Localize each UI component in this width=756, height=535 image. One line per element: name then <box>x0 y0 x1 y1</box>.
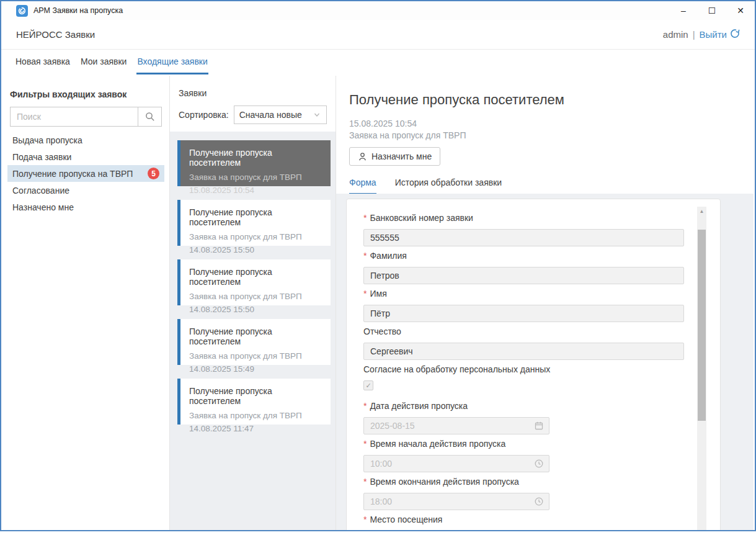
maximize-button[interactable]: ☐ <box>698 1 726 20</box>
logout-link[interactable]: Выйти <box>700 29 740 40</box>
window-title: АРМ Заявки на пропуска <box>33 6 123 15</box>
request-card-subtitle: Заявка на пропуск для ТВРП <box>189 290 322 303</box>
request-card[interactable]: Получение пропуска посетителем Заявка на… <box>177 200 331 246</box>
field-label-end-time: *Время окончания действия пропуска <box>363 477 683 487</box>
scroll-up-arrow[interactable]: ▲ <box>697 207 706 216</box>
title-bar: АРМ Заявки на пропуска – ☐ ✕ <box>1 1 755 20</box>
required-mark: * <box>363 213 367 223</box>
request-card-title: Получение пропуска посетителем <box>189 267 322 287</box>
request-card[interactable]: Получение пропуска посетителем Заявка на… <box>177 259 331 305</box>
filter-item-tvrp-pass[interactable]: Получение пропуска на ТВРП 5 <box>7 165 164 182</box>
detail-date: 15.08.2025 10:54 <box>349 118 754 130</box>
close-button[interactable]: ✕ <box>726 1 755 20</box>
form-tab-content: *Банковский номер заявки 555555 *Фамилия… <box>336 194 754 530</box>
user-name: admin <box>663 29 688 40</box>
request-card-subtitle: Заявка на пропуск для ТВРП <box>189 230 322 243</box>
request-card[interactable]: Получение пропуска посетителем Заявка на… <box>177 319 331 365</box>
firstname-input[interactable]: Пётр <box>363 305 684 322</box>
end-time-input[interactable]: 18:00 <box>363 493 549 510</box>
field-label-visit-place: *Место посещения <box>363 515 683 524</box>
request-card-date: 14.08.2025 11:47 <box>189 422 322 435</box>
filter-item-assigned-to-me[interactable]: Назначено мне <box>7 199 164 215</box>
detail-subtitle: Заявка на пропуск для ТВРП <box>349 130 754 142</box>
requests-title: Заявки <box>179 88 327 98</box>
chevron-down-icon <box>313 110 321 119</box>
field-label-consent: Согласие на обработку персональных данны… <box>363 364 683 374</box>
required-mark: * <box>363 477 367 487</box>
tab-history[interactable]: История обработки заявки <box>395 178 502 195</box>
filters-sidebar: Фильтры входящих заявок Выдача пропуска … <box>2 76 170 530</box>
scrollbar-thumb[interactable] <box>698 230 706 421</box>
filter-item-pass-issue[interactable]: Выдача пропуска <box>7 132 164 148</box>
request-card-date: 15.08.2025 10:54 <box>189 184 322 197</box>
request-card-subtitle: Заявка на пропуск для ТВРП <box>189 171 322 184</box>
requests-column: Заявки Сортировка: Сначала новые Получен… <box>170 76 336 530</box>
detail-header: Получение пропуска посетителем 15.08.202… <box>336 76 754 194</box>
detail-panel: Получение пропуска посетителем 15.08.202… <box>336 76 754 530</box>
filter-label: Выдача пропуска <box>12 135 82 145</box>
sort-select[interactable]: Сначала новые <box>234 106 327 124</box>
clock-icon <box>534 497 544 508</box>
sort-value: Сначала новые <box>239 110 302 120</box>
request-card-title: Получение пропуска посетителем <box>189 148 322 168</box>
tab-new-request[interactable]: Новая заявка <box>15 50 71 74</box>
filter-item-request-submit[interactable]: Подача заявки <box>7 148 164 165</box>
required-mark: * <box>363 439 367 449</box>
requests-list: Получение пропуска посетителем Заявка на… <box>170 132 336 530</box>
detail-title: Получение пропуска посетителем <box>349 92 754 108</box>
bank-number-input[interactable]: 555555 <box>363 229 684 246</box>
tab-incoming-requests[interactable]: Входящие заявки <box>136 50 208 74</box>
check-icon: ✓ <box>365 382 371 390</box>
lastname-input[interactable]: Петров <box>363 267 684 284</box>
search-icon <box>145 111 156 122</box>
required-mark: * <box>363 515 367 524</box>
logout-icon <box>730 29 740 40</box>
assign-to-me-button[interactable]: Назначить мне <box>349 147 440 166</box>
brand-title: НЕЙРОСС Заявки <box>16 29 95 40</box>
calendar-icon <box>534 421 544 433</box>
logout-label: Выйти <box>700 29 727 40</box>
detail-tabbar: Форма История обработки заявки <box>349 178 754 195</box>
request-card-date: 14.08.2025 15:49 <box>189 362 322 375</box>
person-icon <box>358 152 367 161</box>
form-scrollbar[interactable]: ▲ <box>697 207 706 531</box>
request-card-date: 14.08.2025 15:50 <box>189 243 322 256</box>
required-mark: * <box>363 289 367 299</box>
filter-label: Согласование <box>12 186 69 196</box>
request-form-card: *Банковский номер заявки 555555 *Фамилия… <box>346 199 721 531</box>
tab-my-requests[interactable]: Мои заявки <box>80 50 127 74</box>
middlename-input[interactable]: Сергеевич <box>363 343 684 360</box>
request-card-title: Получение пропуска посетителем <box>189 326 322 346</box>
assign-button-label: Назначить мне <box>371 151 432 161</box>
app-window: АРМ Заявки на пропуска – ☐ ✕ НЕЙРОСС Зая… <box>0 0 756 531</box>
visit-place-input[interactable] <box>363 531 684 531</box>
tab-form[interactable]: Форма <box>349 178 376 195</box>
field-label-lastname: *Фамилия <box>363 251 683 261</box>
field-label-firstname: *Имя <box>363 289 683 299</box>
search-box <box>10 107 162 127</box>
request-card-subtitle: Заявка на пропуск для ТВРП <box>189 349 322 362</box>
pass-date-input[interactable]: 2025-08-15 <box>363 417 549 434</box>
consent-checkbox[interactable]: ✓ <box>363 380 373 390</box>
search-input[interactable] <box>11 107 138 126</box>
required-mark: * <box>363 251 367 261</box>
start-time-input[interactable]: 10:00 <box>363 455 549 472</box>
search-button[interactable] <box>138 107 161 126</box>
request-card-title: Получение пропуска посетителем <box>189 386 322 406</box>
field-label-middlename: Отчество <box>363 326 683 336</box>
required-mark: * <box>363 401 367 411</box>
request-card[interactable]: Получение пропуска посетителем Заявка на… <box>177 140 331 186</box>
filter-label: Получение пропуска на ТВРП <box>12 169 133 179</box>
request-card[interactable]: Получение пропуска посетителем Заявка на… <box>177 379 331 425</box>
main-tabbar: Новая заявка Мои заявки Входящие заявки <box>1 50 755 74</box>
request-card-title: Получение пропуска посетителем <box>189 207 322 227</box>
request-card-date: 14.08.2025 15:50 <box>189 303 322 316</box>
request-card-subtitle: Заявка на пропуск для ТВРП <box>189 409 322 422</box>
filter-list: Выдача пропуска Подача заявки Получение … <box>7 132 164 215</box>
filters-title: Фильтры входящих заявок <box>10 89 162 99</box>
separator: | <box>693 29 695 40</box>
minimize-button[interactable]: – <box>669 1 698 20</box>
filter-item-approval[interactable]: Согласование <box>7 182 164 199</box>
field-label-start-time: *Время начала действия пропуска <box>363 439 683 449</box>
sort-label: Сортировка: <box>179 110 229 120</box>
